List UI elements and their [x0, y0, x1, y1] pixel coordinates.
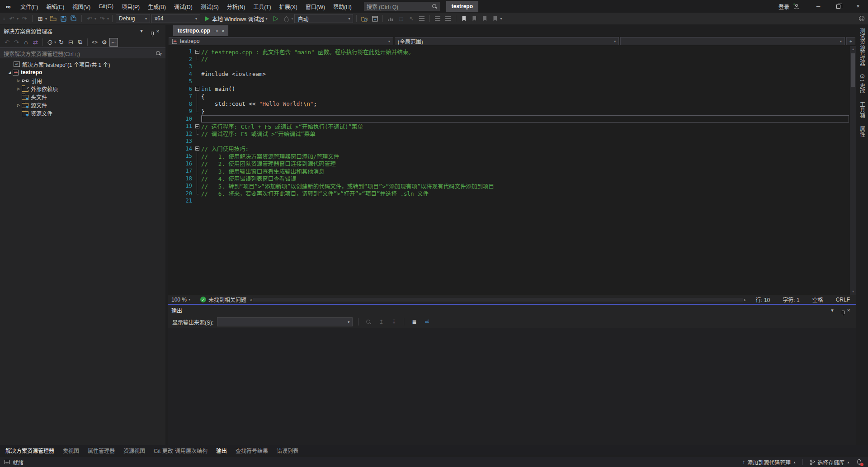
- window-position-chevron-icon[interactable]: ▾: [137, 28, 146, 34]
- menu-item[interactable]: Git(G): [94, 0, 118, 13]
- code-line-text[interactable]: [201, 63, 849, 71]
- next-message-icon[interactable]: ↧: [389, 317, 398, 326]
- fold-collapse-icon[interactable]: [195, 87, 199, 91]
- previous-bookmark-icon[interactable]: [470, 14, 479, 23]
- panel-tab[interactable]: 输出: [212, 445, 231, 455]
- code-line[interactable]: 19// 5. 转到“项目”>“添加新项”以创建新的代码文件，或转到“项目”>“…: [168, 182, 856, 190]
- scroll-up-arrow-icon[interactable]: ▴: [852, 46, 854, 52]
- tab-close-icon[interactable]: ×: [222, 28, 224, 33]
- autohide-tool-tab[interactable]: 属性: [859, 125, 866, 138]
- code-line-text[interactable]: [201, 115, 849, 123]
- menu-item[interactable]: 工具(T): [249, 0, 275, 13]
- tree-item[interactable]: 头文件: [0, 93, 165, 101]
- start-without-debugging-icon[interactable]: [271, 14, 280, 23]
- code-line-text[interactable]: // 入门使用技巧:: [201, 145, 849, 153]
- code-line-text[interactable]: // 3. 使用输出窗口查看生成输出和其他消息: [201, 167, 849, 175]
- solution-window-icon[interactable]: [370, 14, 379, 23]
- scroll-down-arrow-icon[interactable]: ▾: [852, 288, 854, 295]
- menu-item[interactable]: 编辑(E): [42, 0, 68, 13]
- cursor-line-indicator[interactable]: 行: 10: [749, 296, 776, 303]
- menu-item[interactable]: 项目(P): [118, 0, 144, 13]
- code-line[interactable]: 15// 1. 使用解决方案资源管理器窗口添加/管理文件: [168, 152, 856, 160]
- code-line-text[interactable]: // 6. 将来，若要再次打开此项目，请转到“文件”>“打开”>“项目”并选择 …: [201, 190, 849, 198]
- sign-in-button[interactable]: 登录: [778, 3, 789, 10]
- code-line[interactable]: 18// 4. 使用错误列表窗口查看错误: [168, 175, 856, 183]
- se-preview-selected-items-icon[interactable]: ⌐·: [109, 38, 118, 47]
- panel-tab[interactable]: 错误列表: [273, 445, 302, 455]
- code-line[interactable]: 5: [168, 78, 856, 85]
- panel-tab[interactable]: 属性管理器: [84, 445, 118, 455]
- configuration-dropdown[interactable]: Debug▾: [116, 14, 150, 23]
- se-properties-icon[interactable]: ⚙: [100, 38, 108, 47]
- previous-message-icon[interactable]: ↥: [377, 317, 386, 326]
- scroll-right-arrow-icon[interactable]: ▸: [743, 297, 748, 302]
- feedback-icon[interactable]: [857, 14, 866, 23]
- code-line-text[interactable]: #include <iostream>: [201, 71, 849, 78]
- tree-expand-arrow-icon[interactable]: ▷: [15, 79, 22, 83]
- code-line-text[interactable]: [201, 78, 849, 85]
- autohide-tool-tab[interactable]: Git 更改: [859, 73, 866, 94]
- restore-button[interactable]: [828, 0, 848, 13]
- se-pending-changes-filter-icon[interactable]: [46, 38, 54, 47]
- se-switch-views-icon[interactable]: ⇄: [31, 38, 40, 47]
- scope-dropdown[interactable]: (全局范围) ▾: [395, 37, 619, 45]
- account-icon[interactable]: [793, 3, 800, 10]
- editor-vertical-scrollbar[interactable]: ▴ ▾: [850, 46, 856, 295]
- open-file-icon[interactable]: [48, 14, 57, 23]
- clear-bookmarks-icon[interactable]: [491, 14, 500, 23]
- se-filter-chevron[interactable]: ▾: [54, 40, 56, 44]
- tree-item[interactable]: ◢++testrepo: [0, 68, 165, 76]
- code-line[interactable]: 6int main(): [168, 85, 856, 93]
- window-position-chevron-icon[interactable]: ▾: [828, 307, 836, 313]
- editor-horizontal-scrollbar[interactable]: ◂ ▸: [248, 295, 747, 304]
- tree-item[interactable]: ▷外部依赖项: [0, 85, 165, 93]
- undo-icon[interactable]: ↶: [85, 14, 94, 23]
- output-content[interactable]: [168, 328, 856, 445]
- se-back-icon[interactable]: ↶: [3, 38, 11, 47]
- document-tab[interactable]: testrepo.cpp ⊸ ×: [173, 25, 228, 36]
- tree-item[interactable]: ∞解决方案"testrepo"(1 个项目/共 1 个): [0, 60, 165, 68]
- menu-item[interactable]: 扩展(X): [275, 0, 302, 13]
- tree-item[interactable]: ▷引用: [0, 76, 165, 85]
- code-line[interactable]: 3: [168, 63, 856, 71]
- code-line-text[interactable]: }: [201, 108, 849, 115]
- se-home-icon[interactable]: ⌂: [22, 38, 30, 47]
- zoom-dropdown[interactable]: 100 % ▾: [168, 295, 194, 304]
- code-line[interactable]: 2//: [168, 56, 856, 63]
- code-line-text[interactable]: {: [201, 93, 849, 100]
- indentation-indicator[interactable]: 空格: [806, 296, 830, 303]
- code-line-text[interactable]: // 运行程序: Ctrl + F5 或调试 >“开始执行(不调试)”菜单: [201, 123, 849, 130]
- fold-collapse-icon[interactable]: [195, 50, 199, 54]
- find-message-icon[interactable]: [364, 317, 373, 326]
- minimize-button[interactable]: ─: [808, 0, 828, 13]
- global-search-input[interactable]: 搜索 (Ctrl+Q): [364, 2, 440, 11]
- code-line-text[interactable]: // testrepo.cpp : 此文件包含 "main" 函数。程序执行将在…: [201, 48, 849, 56]
- menu-item[interactable]: 窗口(W): [302, 0, 329, 13]
- menu-item[interactable]: 文件(F): [16, 0, 42, 13]
- save-icon[interactable]: [59, 14, 68, 23]
- platform-dropdown[interactable]: x64▾: [151, 14, 200, 23]
- autohide-tool-tab[interactable]: 工具箱: [859, 101, 866, 119]
- menu-item[interactable]: 调试(D): [170, 0, 197, 13]
- tree-expand-arrow-icon[interactable]: ◢: [6, 71, 13, 75]
- profiler-mode-dropdown[interactable]: 自动▾: [294, 14, 353, 23]
- code-line[interactable]: 16// 2. 使用团队资源管理器窗口连接到源代码管理: [168, 160, 856, 168]
- task-status-center-icon[interactable]: [5, 460, 9, 464]
- menu-item[interactable]: 视图(V): [68, 0, 94, 13]
- code-health-icon[interactable]: ✓: [200, 297, 206, 302]
- code-line[interactable]: 8 std::cout << "Hello World!\n";: [168, 100, 856, 108]
- scrollbar-thumb[interactable]: [851, 53, 855, 87]
- panel-tab[interactable]: 类视图: [59, 445, 83, 455]
- code-line[interactable]: 1// testrepo.cpp : 此文件包含 "main" 函数。程序执行将…: [168, 48, 856, 56]
- code-line-text[interactable]: std::cout << "Hello World!\n";: [201, 100, 849, 108]
- project-dropdown[interactable]: ++ testrepo ▾: [169, 37, 393, 45]
- code-line[interactable]: 9}: [168, 108, 856, 115]
- output-panel-header[interactable]: 输出 ▾ ×: [168, 305, 856, 316]
- se-sync-with-active-document-icon[interactable]: ↻: [57, 38, 66, 47]
- start-debugging-button[interactable]: 本地 Windows 调试器 ▾: [202, 14, 270, 24]
- code-line[interactable]: 7{: [168, 93, 856, 100]
- save-all-icon[interactable]: [69, 14, 78, 23]
- solution-explorer-header[interactable]: 解决方案资源管理器 ▾ ×: [0, 25, 165, 37]
- code-line[interactable]: 20// 6. 将来，若要再次打开此项目，请转到“文件”>“打开”>“项目”并选…: [168, 190, 856, 198]
- se-copy-view-icon[interactable]: ⧉: [76, 38, 85, 47]
